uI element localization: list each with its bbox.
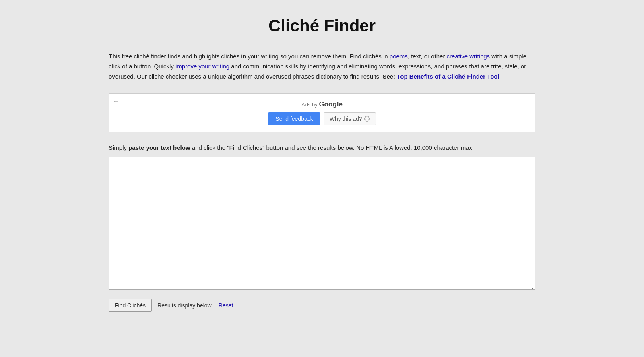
creative-writings-link[interactable]: creative writings — [447, 53, 490, 60]
find-cliches-button[interactable]: Find Clichés — [109, 299, 152, 312]
instructions-part1: Simply — [109, 144, 128, 151]
info-icon: ⓘ — [364, 116, 370, 122]
send-feedback-button[interactable]: Send feedback — [268, 112, 320, 125]
ads-by-label: Ads by — [301, 102, 319, 108]
desc-part1: This free cliché finder finds and highli… — [109, 53, 390, 60]
instructions-part2: and click the "Find Cliches" button and … — [190, 144, 474, 151]
text-area-wrapper — [109, 157, 535, 291]
top-benefits-link[interactable]: Top Benefits of a Cliché Finder Tool — [397, 73, 499, 80]
ad-buttons: Send feedback Why this ad? ⓘ — [116, 112, 528, 125]
why-this-ad-button[interactable]: Why this ad? ⓘ — [324, 112, 376, 125]
description: This free cliché finder finds and highli… — [109, 52, 535, 81]
google-label: Google — [319, 100, 343, 108]
desc-see-label: See: — [382, 73, 397, 80]
ad-back-arrow[interactable]: ← — [113, 98, 119, 104]
ad-header: Ads by Google — [116, 100, 528, 108]
instructions: Simply paste your text below and click t… — [109, 144, 535, 151]
instructions-bold: paste your text below — [128, 144, 190, 151]
main-textarea[interactable] — [109, 157, 535, 290]
improve-writing-link[interactable]: improve your writing — [175, 63, 229, 70]
page-container: Cliché Finder This free cliché finder fi… — [101, 16, 543, 312]
ad-box: ← Ads by Google Send feedback Why this a… — [109, 93, 535, 132]
bottom-controls: Find Clichés Results display below. Rese… — [109, 299, 535, 312]
page-title: Cliché Finder — [109, 16, 535, 35]
desc-part2: , text, or other — [408, 53, 447, 60]
poems-link[interactable]: poems — [390, 53, 408, 60]
reset-button[interactable]: Reset — [219, 302, 233, 309]
results-display-text: Results display below. — [157, 302, 213, 309]
why-ad-label: Why this ad? — [330, 116, 362, 122]
